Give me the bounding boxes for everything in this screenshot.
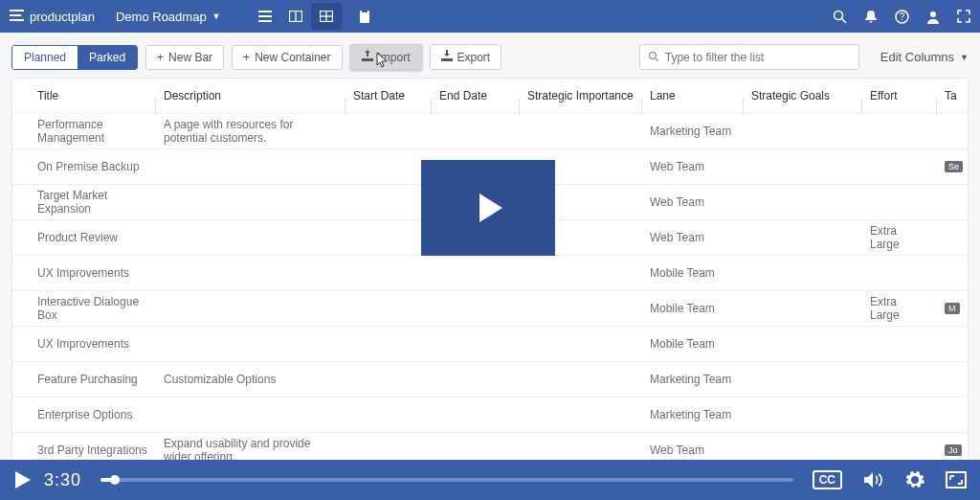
expand-icon[interactable] <box>946 471 967 489</box>
col-tags[interactable]: Ta <box>937 89 956 102</box>
table-row[interactable]: UX ImprovementsMobile Team <box>12 327 968 362</box>
table-row[interactable]: UX ImprovementsMobile Team <box>12 256 968 291</box>
cell-lane: Marketing Team <box>642 373 744 386</box>
col-effort[interactable]: Effort <box>862 89 937 102</box>
cell-title: UX Improvements <box>12 337 156 351</box>
edit-columns-label: Edit Columns <box>880 50 954 64</box>
plus-icon: + <box>243 51 250 64</box>
view-list-icon[interactable] <box>250 3 280 30</box>
cell-lane: Web Team <box>642 443 744 457</box>
table-header-row: Title Description Start Date End Date St… <box>12 79 968 114</box>
roadmap-dropdown[interactable]: Demo Roadmap ▼ <box>116 10 221 24</box>
tab-parked[interactable]: Parked <box>78 46 137 69</box>
col-title[interactable]: Title <box>12 89 156 102</box>
closed-captions-button[interactable]: CC <box>813 470 842 489</box>
col-description[interactable]: Description <box>156 89 345 102</box>
caret-down-icon: ▼ <box>960 53 969 62</box>
export-button[interactable]: Export <box>430 44 502 70</box>
data-table: Title Description Start Date End Date St… <box>11 78 969 489</box>
cell-lane: Marketing Team <box>642 408 744 421</box>
caret-down-icon: ▼ <box>212 11 221 21</box>
cell-title: Performance Management <box>12 118 156 145</box>
search-icon <box>648 49 659 66</box>
cell-title: UX Improvements <box>12 266 156 280</box>
svg-line-14 <box>842 18 847 23</box>
new-bar-label: New Bar <box>168 51 212 64</box>
svg-rect-4 <box>258 15 272 17</box>
cell-lane: Web Team <box>642 195 744 209</box>
brand-icon <box>10 10 24 24</box>
plus-icon: + <box>157 51 164 64</box>
col-strategic-goals[interactable]: Strategic Goals <box>744 89 862 102</box>
cell-description: Customizable Options <box>156 373 345 386</box>
svg-rect-0 <box>10 10 24 11</box>
svg-line-19 <box>656 58 658 61</box>
cell-title: Target Market Expansion <box>12 189 156 216</box>
col-end-date[interactable]: End Date <box>432 89 520 102</box>
help-icon[interactable]: ? <box>895 10 909 24</box>
cell-lane: Mobile Team <box>642 337 744 351</box>
toolbar: Planned Parked + New Bar + New Container… <box>0 33 980 78</box>
svg-rect-1 <box>10 14 21 16</box>
new-bar-button[interactable]: + New Bar <box>145 45 224 70</box>
table-row[interactable]: Interactive Dialogue BoxMobile TeamExtra… <box>12 291 968 327</box>
fullscreen-icon[interactable] <box>957 10 970 23</box>
col-start-date[interactable]: Start Date <box>345 89 432 102</box>
cell-lane: Mobile Team <box>642 302 744 315</box>
view-clipboard-icon[interactable] <box>349 3 380 30</box>
download-icon <box>441 50 453 64</box>
cell-title: Enterprise Options <box>12 408 156 421</box>
filter-input-wrap[interactable] <box>639 44 859 70</box>
volume-icon[interactable] <box>863 471 884 489</box>
video-control-bar: 3:30 CC <box>0 460 980 500</box>
svg-rect-2 <box>10 19 24 21</box>
cell-tag: Jo <box>937 444 956 456</box>
col-lane[interactable]: Lane <box>642 89 744 102</box>
view-table-icon[interactable] <box>311 3 342 30</box>
cell-title: Product Review <box>12 231 156 244</box>
cell-effort: Extra Large <box>862 224 937 251</box>
user-icon[interactable] <box>926 10 940 24</box>
cell-tag: Se <box>937 161 956 172</box>
table-row[interactable]: Enterprise OptionsMarketing Team <box>12 398 968 433</box>
svg-point-17 <box>930 11 936 17</box>
import-button[interactable]: Import <box>350 44 422 70</box>
nav-right-group: ? <box>833 10 970 24</box>
table-row[interactable]: Feature PurchasingCustomizable OptionsMa… <box>12 362 968 398</box>
video-seek-bar[interactable] <box>100 478 793 482</box>
video-time: 3:30 <box>44 470 81 490</box>
bell-icon[interactable] <box>864 10 878 24</box>
brand-text: productplan <box>30 10 95 24</box>
new-container-label: New Container <box>255 51 330 64</box>
edit-columns-button[interactable]: Edit Columns ▼ <box>880 50 969 64</box>
cell-title: Interactive Dialogue Box <box>12 295 156 322</box>
cell-title: 3rd Party Integrations <box>12 443 156 457</box>
svg-rect-5 <box>258 20 272 22</box>
cell-lane: Marketing Team <box>642 125 744 138</box>
view-split-icon[interactable] <box>280 3 311 30</box>
brand: productplan <box>10 10 95 24</box>
cell-lane: Mobile Team <box>642 266 744 280</box>
table-row[interactable]: Performance ManagementA page with resour… <box>12 114 968 149</box>
settings-gear-icon[interactable] <box>905 470 924 489</box>
video-play-button[interactable] <box>421 160 555 256</box>
svg-rect-12 <box>362 10 368 12</box>
cell-lane: Web Team <box>642 160 744 173</box>
roadmap-name: Demo Roadmap <box>116 10 207 24</box>
cell-lane: Web Team <box>642 231 744 244</box>
video-right-controls: CC <box>813 470 967 489</box>
svg-point-18 <box>649 52 656 58</box>
video-play-icon[interactable] <box>13 470 31 489</box>
col-strategic-importance[interactable]: Strategic Importance <box>520 89 642 102</box>
video-seek-handle[interactable] <box>110 475 120 485</box>
export-label: Export <box>457 51 491 64</box>
svg-text:?: ? <box>900 11 905 22</box>
tab-planned[interactable]: Planned <box>12 46 78 69</box>
upload-icon <box>362 50 373 64</box>
search-icon[interactable] <box>833 10 847 24</box>
new-container-button[interactable]: + New Container <box>232 45 342 70</box>
svg-rect-3 <box>258 11 272 12</box>
view-mode-group <box>250 3 380 30</box>
filter-input[interactable] <box>665 51 851 64</box>
svg-point-13 <box>835 11 843 19</box>
